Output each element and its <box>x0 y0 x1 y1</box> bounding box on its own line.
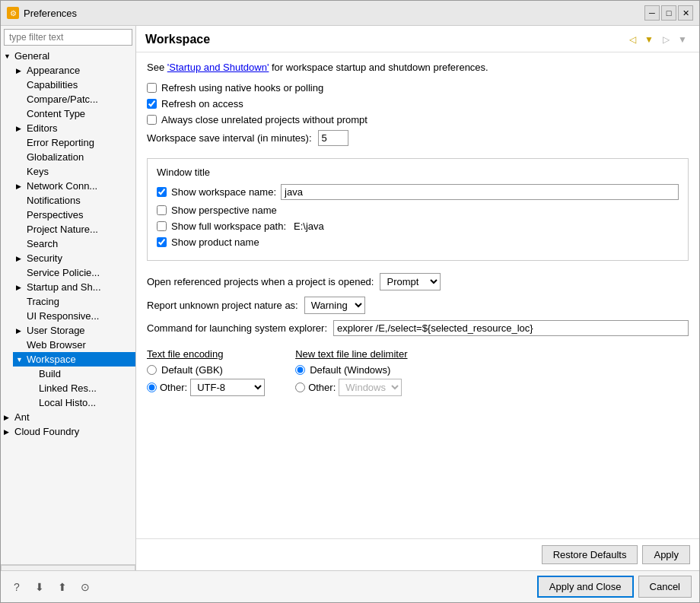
sidebar-item-local-histo[interactable]: Local Histo... <box>25 395 135 410</box>
sidebar-item-linked-res[interactable]: Linked Res... <box>25 381 135 395</box>
sidebar-item-general[interactable]: ▼ General <box>1 49 135 63</box>
sidebar-item-web-browser[interactable]: Web Browser <box>13 338 135 352</box>
delimiter-other-select[interactable]: Windows Unix Mac <box>339 379 402 396</box>
interval-input[interactable] <box>318 130 348 146</box>
sidebar-item-search[interactable]: Search <box>13 236 135 251</box>
refresh-native-label[interactable]: Refresh using native hooks or polling <box>161 82 323 94</box>
sidebar-item-label-notifications: Notifications <box>27 195 81 206</box>
back-dropdown-button[interactable]: ▼ <box>641 32 657 47</box>
refresh-access-label[interactable]: Refresh on access <box>161 98 243 109</box>
refresh-native-row: Refresh using native hooks or polling <box>147 82 689 94</box>
action-row: Restore Defaults Apply <box>136 538 699 570</box>
forward-dropdown-button[interactable]: ▼ <box>675 32 690 47</box>
sidebar-item-ui-responsive[interactable]: UI Responsive... <box>13 309 135 323</box>
help-icon[interactable]: ? <box>8 579 25 595</box>
sidebar-item-notifications[interactable]: Notifications <box>13 193 135 208</box>
sidebar-item-security[interactable]: ▶ Security <box>13 251 135 265</box>
sidebar-item-build[interactable]: Build <box>25 367 135 381</box>
show-workspace-name-checkbox[interactable] <box>157 187 167 197</box>
sidebar-item-network[interactable]: ▶ Network Conn... <box>13 179 135 193</box>
minimize-button[interactable]: ─ <box>644 5 660 21</box>
encoding-other-label[interactable]: Other: <box>160 382 187 393</box>
show-perspective-name-checkbox[interactable] <box>157 205 167 215</box>
sidebar-item-label-tracing: Tracing <box>27 296 59 307</box>
full-workspace-path-value: E:\java <box>294 221 324 232</box>
sidebar: ▼ General ▶ Appearance Capabilities Comp… <box>1 26 136 570</box>
sidebar-item-error-reporting[interactable]: Error Reporting <box>13 135 135 150</box>
expand-arrow-appearance: ▶ <box>16 67 25 75</box>
sidebar-item-workspace[interactable]: ▼ Workspace <box>13 352 135 367</box>
workspace-name-input[interactable] <box>281 184 679 200</box>
encoding-delimiter-section: Text file encoding Default (GBK) Other: … <box>147 348 689 399</box>
filter-input[interactable] <box>4 29 132 46</box>
startup-link[interactable]: 'Startup and Shutdown' <box>167 62 269 73</box>
report-unknown-label: Report unknown project nature as: <box>147 300 298 311</box>
show-workspace-name-label[interactable]: Show workspace name: <box>171 186 276 198</box>
back-button[interactable]: ◁ <box>625 32 640 47</box>
expand-arrow-security: ▶ <box>16 255 25 262</box>
show-full-workspace-path-checkbox[interactable] <box>157 221 167 231</box>
settings-icon[interactable]: ⊙ <box>77 579 94 595</box>
apply-button[interactable]: Apply <box>642 545 690 564</box>
sidebar-item-label-security: Security <box>27 252 62 264</box>
sidebar-item-service-policies[interactable]: Service Policie... <box>13 265 135 280</box>
encoding-other-select[interactable]: UTF-8 UTF-16 ISO-8859-1 US-ASCII <box>190 379 265 396</box>
apply-and-close-button[interactable]: Apply and Close <box>537 576 634 598</box>
close-unrelated-checkbox[interactable] <box>147 115 157 125</box>
show-perspective-name-label[interactable]: Show perspective name <box>171 205 277 216</box>
sidebar-item-startup-shutdown[interactable]: ▶ Startup and Sh... <box>13 280 135 294</box>
close-button[interactable]: ✕ <box>678 5 693 21</box>
sidebar-item-label-general: General <box>14 50 49 62</box>
refresh-native-checkbox[interactable] <box>147 83 157 93</box>
delimiter-default-label[interactable]: Default (Windows) <box>310 364 390 376</box>
sidebar-item-label-local-histo: Local Histo... <box>39 397 96 408</box>
sidebar-item-globalization[interactable]: Globalization <box>13 150 135 164</box>
sidebar-item-compare[interactable]: Compare/Patc... <box>13 92 135 106</box>
report-unknown-select[interactable]: Warning Error Info Ignore <box>304 297 365 314</box>
close-unrelated-label[interactable]: Always close unrelated projects without … <box>161 114 368 125</box>
delimiter-other-radio[interactable] <box>295 382 305 392</box>
sidebar-item-label-keys: Keys <box>27 166 49 177</box>
window-title: Preferences <box>24 8 77 19</box>
encoding-other-radio[interactable] <box>147 382 157 392</box>
delimiter-other-label[interactable]: Other: <box>308 382 336 393</box>
title-bar-left: ⚙ Preferences <box>7 7 77 19</box>
sidebar-item-cloud-foundry[interactable]: ▶ Cloud Foundry <box>1 424 135 439</box>
expand-arrow-workspace: ▼ <box>16 356 25 363</box>
sidebar-item-content-type[interactable]: Content Type <box>13 106 135 121</box>
restore-defaults-button[interactable]: Restore Defaults <box>542 545 638 564</box>
sidebar-item-perspectives[interactable]: Perspectives <box>13 208 135 222</box>
show-full-workspace-path-row: Show full workspace path: E:\java <box>157 221 679 232</box>
expand-arrow-editors: ▶ <box>16 125 25 132</box>
window-title-section: Window title Show workspace name: Show p… <box>147 158 689 261</box>
open-referenced-select[interactable]: Prompt Always Never <box>380 273 441 290</box>
encoding-default-radio[interactable] <box>147 365 157 375</box>
sidebar-item-appearance[interactable]: ▶ Appearance <box>13 63 135 78</box>
sidebar-item-project-nature[interactable]: Project Nature... <box>13 222 135 236</box>
sidebar-item-editors[interactable]: ▶ Editors <box>13 121 135 135</box>
sidebar-item-keys[interactable]: Keys <box>13 164 135 179</box>
show-product-name-label[interactable]: Show product name <box>171 236 259 248</box>
right-panel: Workspace ◁ ▼ ▷ ▼ See 'Startup and Shutd… <box>136 26 699 570</box>
export-icon[interactable]: ⬆ <box>54 579 71 595</box>
import-icon[interactable]: ⬇ <box>31 579 48 595</box>
delimiter-default-radio[interactable] <box>295 365 305 375</box>
refresh-access-checkbox[interactable] <box>147 99 157 109</box>
maximize-button[interactable]: □ <box>661 5 676 21</box>
encoding-default-label[interactable]: Default (GBK) <box>161 364 223 376</box>
sidebar-item-tracing[interactable]: Tracing <box>13 294 135 309</box>
sidebar-item-ant[interactable]: ▶ Ant <box>1 410 135 424</box>
preferences-window: ⚙ Preferences ─ □ ✕ ▼ General ▶ Ap <box>0 0 700 603</box>
show-full-workspace-path-label[interactable]: Show full workspace path: <box>171 221 286 232</box>
sidebar-item-label-build: Build <box>39 368 61 379</box>
sidebar-item-capabilities[interactable]: Capabilities <box>13 78 135 92</box>
sidebar-item-user-storage[interactable]: ▶ User Storage <box>13 323 135 338</box>
show-product-name-checkbox[interactable] <box>157 237 167 247</box>
cancel-button[interactable]: Cancel <box>638 576 692 598</box>
forward-button[interactable]: ▷ <box>658 32 673 47</box>
open-referenced-label: Open referenced projects when a project … <box>147 276 374 287</box>
encoding-other-row: Other: UTF-8 UTF-16 ISO-8859-1 US-ASCII <box>147 379 265 396</box>
sidebar-h-scrollbar[interactable] <box>1 565 135 570</box>
tree-children-general: ▶ Appearance Capabilities Compare/Patc..… <box>1 63 135 410</box>
command-input[interactable] <box>333 320 689 336</box>
